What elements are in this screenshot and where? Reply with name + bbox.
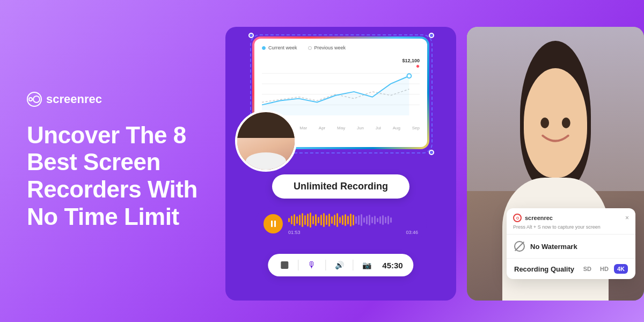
selection-handle-tr xyxy=(429,33,434,38)
pause-icon xyxy=(271,221,276,227)
screenrec-overlay-card: screenrec × Press Alt + S now to capture… xyxy=(507,208,635,279)
pause-bar-right xyxy=(274,221,276,227)
waveform-bar-3 xyxy=(294,214,295,226)
waveform-bar-16 xyxy=(328,214,330,226)
waveform-bar-5 xyxy=(299,215,301,225)
logo: screenrec xyxy=(27,92,199,107)
legend-dot-previous xyxy=(308,46,312,50)
waveform-bar: 01:53 03:46 xyxy=(255,207,427,240)
stop-icon xyxy=(281,261,288,269)
waveform-bar-23 xyxy=(347,216,349,224)
logo-circle xyxy=(28,97,33,101)
selection-handle-tl xyxy=(248,33,254,38)
headline: Uncover The 8 Best Screen Recorders With… xyxy=(27,122,199,230)
waveform-bar-17 xyxy=(331,216,333,224)
chart-date-9: Sep xyxy=(412,126,420,130)
divider-3 xyxy=(353,260,353,270)
screenrec-card-close-button[interactable]: × xyxy=(625,214,629,222)
waveform-times: 01:53 03:46 xyxy=(288,230,418,235)
waveform-visual: 01:53 03:46 xyxy=(288,213,418,235)
logo-text: screenrec xyxy=(46,92,102,106)
no-watermark-icon xyxy=(514,241,525,252)
waveform-bar-7 xyxy=(304,215,306,225)
recording-timer: 45:30 xyxy=(382,261,402,270)
logo-text-regular: screen xyxy=(46,92,84,106)
chart-date-7: Jul xyxy=(376,126,381,130)
waveform-bar-39 xyxy=(390,217,392,223)
middle-panel: Current week Previous week $12,100 xyxy=(225,27,456,301)
waveform-bar-9 xyxy=(310,213,311,228)
waveform-bar-35 xyxy=(379,216,381,224)
waveform-bar-26 xyxy=(355,216,357,224)
no-watermark-label: No Watermark xyxy=(530,243,577,251)
screenrec-card-logo-text: screenrec xyxy=(525,215,553,221)
waveform-bar-4 xyxy=(296,216,298,224)
legend-current: Current week xyxy=(262,45,297,50)
screenrec-card-subtitle: Press Alt + S now to capture your screen xyxy=(507,224,635,234)
svg-point-6 xyxy=(540,118,549,128)
waveform-bar-24 xyxy=(350,214,352,226)
chart-date-4: Apr xyxy=(319,126,325,130)
stop-button[interactable] xyxy=(279,259,290,271)
waveform-bars xyxy=(288,213,418,228)
waveform-bar-20 xyxy=(339,217,341,223)
chart-date-8: Aug xyxy=(393,126,400,130)
chart-price: $12,100 xyxy=(402,58,420,63)
microphone-button[interactable]: 🎙 xyxy=(306,259,318,271)
waveform-bar-34 xyxy=(377,218,378,222)
screenrec-card-logo-dot xyxy=(516,217,519,219)
screenrec-card-header: screenrec × xyxy=(507,208,635,224)
waveform-time-start: 01:53 xyxy=(288,230,301,235)
waveform-bar-8 xyxy=(307,214,309,226)
svg-point-7 xyxy=(562,118,570,128)
waveform-bar-32 xyxy=(371,217,373,223)
waveform-bar-13 xyxy=(320,215,322,225)
quality-hd[interactable]: HD xyxy=(597,264,612,274)
legend-previous: Previous week xyxy=(308,45,346,50)
waveform-bar-6 xyxy=(302,213,303,227)
divider-1 xyxy=(298,260,298,270)
avatar-circle xyxy=(235,110,297,172)
controls-bar: 🎙 🔊 📷 45:30 xyxy=(268,254,413,276)
waveform-bar-37 xyxy=(385,217,386,223)
waveform-bar-12 xyxy=(318,217,319,223)
right-section: Current week Previous week $12,100 xyxy=(225,0,644,322)
waveform-bar-30 xyxy=(366,216,368,224)
headline-line1: Uncover The 8 xyxy=(27,122,186,148)
waveform-bar-22 xyxy=(345,214,346,226)
legend-current-label: Current week xyxy=(268,45,297,50)
headline-line2: Best Screen xyxy=(27,149,160,175)
play-pause-button[interactable] xyxy=(264,214,283,233)
camera-button[interactable]: 📷 xyxy=(361,259,372,271)
quality-sd[interactable]: SD xyxy=(580,264,595,274)
waveform-bar-14 xyxy=(323,213,325,227)
chart-date-5: May xyxy=(337,126,345,130)
screenrec-card-logo-icon xyxy=(513,214,522,222)
waveform-bar-36 xyxy=(382,215,384,225)
headline-line3: Recorders With xyxy=(27,176,197,202)
selection-handle-br xyxy=(429,150,434,155)
quality-4k[interactable]: 4K xyxy=(614,264,628,274)
headline-line4: No Time Limit xyxy=(27,203,179,230)
waveform-bar-18 xyxy=(334,215,335,225)
chart-legend: Current week Previous week xyxy=(262,45,420,50)
waveform-bar-1 xyxy=(288,218,290,222)
logo-text-bold: rec xyxy=(84,92,102,106)
waveform-bar-33 xyxy=(374,216,376,224)
waveform-bar-2 xyxy=(291,216,292,224)
recording-quality-label: Recording Quality xyxy=(514,265,574,273)
waveform-bar-29 xyxy=(363,217,365,223)
speaker-button[interactable]: 🔊 xyxy=(333,259,345,271)
avatar-face xyxy=(237,112,295,170)
screenrec-card-logo: screenrec xyxy=(513,214,553,222)
waveform-bar-25 xyxy=(353,215,354,225)
unlimited-recording-button[interactable]: Unlimited Recording xyxy=(272,174,409,199)
pause-bar-left xyxy=(271,221,273,227)
waveform-bar-31 xyxy=(369,215,370,225)
divider-2 xyxy=(325,260,326,270)
waveform-time-end: 03:46 xyxy=(406,230,418,235)
chart-date-6: Jun xyxy=(357,126,364,130)
waveform-bar-10 xyxy=(312,216,314,224)
waveform-bar-19 xyxy=(336,213,338,227)
waveform-bar-28 xyxy=(361,214,362,226)
